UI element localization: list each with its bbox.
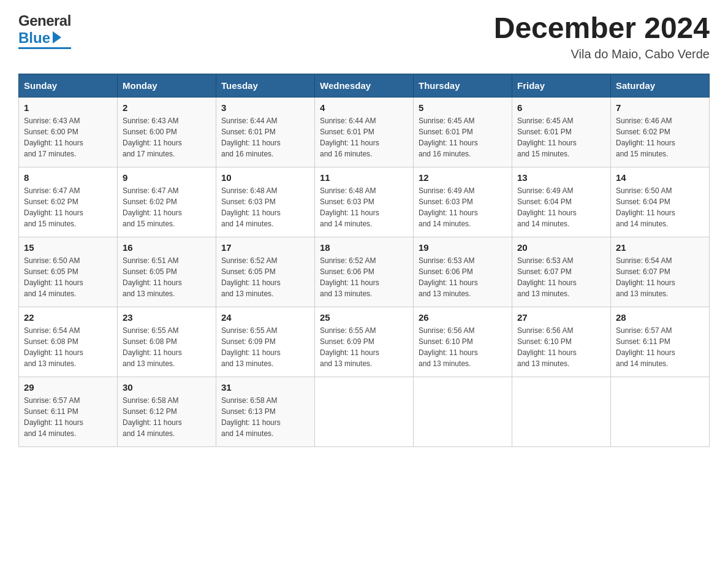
day-info: Sunrise: 6:54 AM Sunset: 6:08 PM Dayligh… (24, 325, 112, 369)
day-info: Sunrise: 6:53 AM Sunset: 6:06 PM Dayligh… (419, 255, 507, 299)
day-number: 4 (320, 102, 408, 113)
day-header-sunday: Sunday (19, 74, 118, 97)
day-info: Sunrise: 6:45 AM Sunset: 6:01 PM Dayligh… (517, 115, 605, 159)
calendar-day-cell: 10Sunrise: 6:48 AM Sunset: 6:03 PM Dayli… (216, 167, 315, 237)
calendar-day-cell: 23Sunrise: 6:55 AM Sunset: 6:08 PM Dayli… (118, 307, 216, 377)
days-header-row: SundayMondayTuesdayWednesdayThursdayFrid… (19, 74, 710, 97)
calendar-day-cell: 8Sunrise: 6:47 AM Sunset: 6:02 PM Daylig… (19, 167, 118, 237)
day-info: Sunrise: 6:56 AM Sunset: 6:10 PM Dayligh… (517, 325, 605, 369)
day-number: 17 (221, 242, 309, 253)
day-info: Sunrise: 6:48 AM Sunset: 6:03 PM Dayligh… (320, 185, 408, 229)
day-info: Sunrise: 6:46 AM Sunset: 6:02 PM Dayligh… (616, 115, 704, 159)
day-number: 1 (24, 102, 112, 113)
day-info: Sunrise: 6:48 AM Sunset: 6:03 PM Dayligh… (221, 185, 309, 229)
calendar-week-5: 29Sunrise: 6:57 AM Sunset: 6:11 PM Dayli… (19, 377, 710, 446)
day-number: 13 (517, 172, 605, 183)
day-info: Sunrise: 6:50 AM Sunset: 6:05 PM Dayligh… (24, 255, 112, 299)
calendar-day-cell: 5Sunrise: 6:45 AM Sunset: 6:01 PM Daylig… (414, 97, 512, 167)
day-number: 2 (123, 102, 211, 113)
calendar-day-cell: 30Sunrise: 6:58 AM Sunset: 6:12 PM Dayli… (118, 377, 216, 446)
month-title: December 2024 (494, 12, 710, 45)
calendar-day-cell: 28Sunrise: 6:57 AM Sunset: 6:11 PM Dayli… (611, 307, 710, 377)
day-info: Sunrise: 6:47 AM Sunset: 6:02 PM Dayligh… (24, 185, 112, 229)
day-info: Sunrise: 6:57 AM Sunset: 6:11 PM Dayligh… (24, 395, 112, 439)
calendar-day-cell: 15Sunrise: 6:50 AM Sunset: 6:05 PM Dayli… (19, 237, 118, 307)
calendar-day-cell: 7Sunrise: 6:46 AM Sunset: 6:02 PM Daylig… (611, 97, 710, 167)
page-header: General Blue December 2024 Vila do Maio,… (18, 12, 710, 61)
day-info: Sunrise: 6:57 AM Sunset: 6:11 PM Dayligh… (616, 325, 704, 369)
day-number: 21 (616, 242, 704, 253)
logo-blue-text: Blue (18, 29, 50, 47)
day-number: 8 (24, 172, 112, 183)
logo: General Blue (18, 12, 71, 49)
calendar-day-cell (315, 377, 414, 446)
day-info: Sunrise: 6:47 AM Sunset: 6:02 PM Dayligh… (123, 185, 211, 229)
calendar-day-cell: 29Sunrise: 6:57 AM Sunset: 6:11 PM Dayli… (19, 377, 118, 446)
day-info: Sunrise: 6:43 AM Sunset: 6:00 PM Dayligh… (123, 115, 211, 159)
day-info: Sunrise: 6:55 AM Sunset: 6:08 PM Dayligh… (123, 325, 211, 369)
day-info: Sunrise: 6:43 AM Sunset: 6:00 PM Dayligh… (24, 115, 112, 159)
day-info: Sunrise: 6:52 AM Sunset: 6:05 PM Dayligh… (221, 255, 309, 299)
day-number: 11 (320, 172, 408, 183)
day-number: 29 (24, 382, 112, 393)
logo-arrow-icon (53, 31, 61, 44)
day-info: Sunrise: 6:49 AM Sunset: 6:03 PM Dayligh… (419, 185, 507, 229)
calendar-day-cell: 17Sunrise: 6:52 AM Sunset: 6:05 PM Dayli… (216, 237, 315, 307)
calendar-day-cell: 11Sunrise: 6:48 AM Sunset: 6:03 PM Dayli… (315, 167, 414, 237)
day-number: 25 (320, 312, 408, 323)
logo-general: General (18, 12, 71, 29)
day-header-saturday: Saturday (611, 74, 710, 97)
calendar-day-cell: 26Sunrise: 6:56 AM Sunset: 6:10 PM Dayli… (414, 307, 512, 377)
day-info: Sunrise: 6:58 AM Sunset: 6:12 PM Dayligh… (123, 395, 211, 439)
day-info: Sunrise: 6:50 AM Sunset: 6:04 PM Dayligh… (616, 185, 704, 229)
day-number: 5 (419, 102, 507, 113)
logo-underline (18, 47, 71, 49)
day-header-friday: Friday (512, 74, 611, 97)
day-number: 30 (123, 382, 211, 393)
calendar-day-cell: 25Sunrise: 6:55 AM Sunset: 6:09 PM Dayli… (315, 307, 414, 377)
day-info: Sunrise: 6:55 AM Sunset: 6:09 PM Dayligh… (221, 325, 309, 369)
calendar-day-cell: 12Sunrise: 6:49 AM Sunset: 6:03 PM Dayli… (414, 167, 512, 237)
day-number: 18 (320, 242, 408, 253)
day-number: 19 (419, 242, 507, 253)
day-number: 27 (517, 312, 605, 323)
calendar-day-cell: 16Sunrise: 6:51 AM Sunset: 6:05 PM Dayli… (118, 237, 216, 307)
day-number: 3 (221, 102, 309, 113)
day-number: 24 (221, 312, 309, 323)
day-number: 6 (517, 102, 605, 113)
title-section: December 2024 Vila do Maio, Cabo Verde (494, 12, 710, 61)
calendar-day-cell: 21Sunrise: 6:54 AM Sunset: 6:07 PM Dayli… (611, 237, 710, 307)
day-number: 28 (616, 312, 704, 323)
day-header-thursday: Thursday (414, 74, 512, 97)
calendar-day-cell: 27Sunrise: 6:56 AM Sunset: 6:10 PM Dayli… (512, 307, 611, 377)
calendar-day-cell: 9Sunrise: 6:47 AM Sunset: 6:02 PM Daylig… (118, 167, 216, 237)
day-info: Sunrise: 6:44 AM Sunset: 6:01 PM Dayligh… (221, 115, 309, 159)
calendar-day-cell: 24Sunrise: 6:55 AM Sunset: 6:09 PM Dayli… (216, 307, 315, 377)
day-header-wednesday: Wednesday (315, 74, 414, 97)
calendar-body: 1Sunrise: 6:43 AM Sunset: 6:00 PM Daylig… (19, 97, 710, 446)
day-info: Sunrise: 6:51 AM Sunset: 6:05 PM Dayligh… (123, 255, 211, 299)
day-number: 12 (419, 172, 507, 183)
day-info: Sunrise: 6:54 AM Sunset: 6:07 PM Dayligh… (616, 255, 704, 299)
calendar-day-cell: 1Sunrise: 6:43 AM Sunset: 6:00 PM Daylig… (19, 97, 118, 167)
day-info: Sunrise: 6:45 AM Sunset: 6:01 PM Dayligh… (419, 115, 507, 159)
day-info: Sunrise: 6:52 AM Sunset: 6:06 PM Dayligh… (320, 255, 408, 299)
calendar-week-4: 22Sunrise: 6:54 AM Sunset: 6:08 PM Dayli… (19, 307, 710, 377)
day-info: Sunrise: 6:58 AM Sunset: 6:13 PM Dayligh… (221, 395, 309, 439)
day-number: 20 (517, 242, 605, 253)
calendar-day-cell: 3Sunrise: 6:44 AM Sunset: 6:01 PM Daylig… (216, 97, 315, 167)
day-info: Sunrise: 6:53 AM Sunset: 6:07 PM Dayligh… (517, 255, 605, 299)
calendar-day-cell: 31Sunrise: 6:58 AM Sunset: 6:13 PM Dayli… (216, 377, 315, 446)
calendar-table: SundayMondayTuesdayWednesdayThursdayFrid… (18, 74, 710, 447)
calendar-day-cell: 14Sunrise: 6:50 AM Sunset: 6:04 PM Dayli… (611, 167, 710, 237)
day-number: 10 (221, 172, 309, 183)
day-number: 31 (221, 382, 309, 393)
calendar-day-cell: 18Sunrise: 6:52 AM Sunset: 6:06 PM Dayli… (315, 237, 414, 307)
calendar-day-cell: 13Sunrise: 6:49 AM Sunset: 6:04 PM Dayli… (512, 167, 611, 237)
day-header-monday: Monday (118, 74, 216, 97)
location-title: Vila do Maio, Cabo Verde (494, 47, 710, 61)
calendar-day-cell: 19Sunrise: 6:53 AM Sunset: 6:06 PM Dayli… (414, 237, 512, 307)
calendar-day-cell: 4Sunrise: 6:44 AM Sunset: 6:01 PM Daylig… (315, 97, 414, 167)
calendar-day-cell: 2Sunrise: 6:43 AM Sunset: 6:00 PM Daylig… (118, 97, 216, 167)
calendar-day-cell: 22Sunrise: 6:54 AM Sunset: 6:08 PM Dayli… (19, 307, 118, 377)
